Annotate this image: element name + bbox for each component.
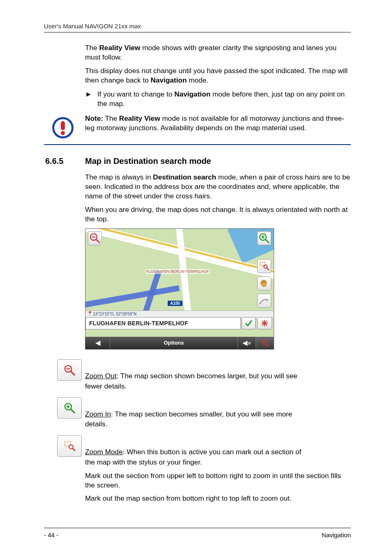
note-block: Note: The Reality View mode is not avail… (44, 114, 351, 145)
bullet-navigation-tap: ► If you want to change to Navigation mo… (85, 90, 351, 108)
zoom-in-icon-box (57, 397, 82, 419)
text: This display does not change until you h… (85, 67, 348, 84)
alert-icon (51, 116, 74, 139)
text: If you want to change to (97, 90, 174, 98)
speaker-icon: ◀» (242, 339, 251, 347)
zoom-out-label: Zoom Out (85, 372, 116, 380)
bullet-text: If you want to change to Navigation mode… (97, 90, 351, 108)
set-destination-button[interactable] (257, 317, 272, 329)
svg-marker-14 (266, 299, 268, 301)
text-bold: Navigation (151, 76, 187, 84)
zoom-mode-label: Zoom Mode (85, 448, 123, 456)
destination-pin-icon (261, 319, 269, 327)
coordinates-bar: 13°23'15"O, 52°28'59"N (85, 310, 274, 317)
zoom-out-button[interactable] (88, 231, 102, 245)
para-driving-north: When you are driving, the map does not c… (85, 205, 351, 223)
icon-row-text: Zoom Mode: When this button is active yo… (85, 447, 301, 457)
zoom-mode-cont3: Mark out the map section from bottom rig… (85, 494, 351, 503)
options-button[interactable]: Options (110, 340, 238, 346)
text: : When this button is active you can mar… (123, 448, 302, 456)
address-box: FLUGHAFEN BERLIN-TEMPELHOF (85, 317, 241, 329)
volume-button[interactable]: ◀» (238, 337, 256, 349)
map-road (85, 285, 180, 309)
svg-line-6 (96, 239, 99, 243)
text-bold: Navigation (174, 90, 210, 98)
page-number: - 44 - (44, 531, 58, 538)
zoom-mode-icon (258, 260, 270, 272)
text: The (103, 114, 119, 122)
zoom-mode-description: Zoom Mode: When this button is active yo… (44, 435, 351, 457)
zoom-out-icon (63, 364, 76, 376)
section-number: 6.6.5 (44, 156, 85, 166)
zoom-mode-icon-box (57, 435, 82, 457)
search-icon (261, 339, 269, 347)
confirm-button[interactable] (242, 317, 256, 329)
zoom-in-cont: details. (85, 419, 351, 429)
search-button[interactable] (256, 337, 274, 349)
icon-row-text: Zoom In: The map section becomes smaller… (85, 409, 292, 419)
svg-line-21 (266, 344, 268, 346)
zoom-in-icon (63, 402, 76, 414)
zoom-in-label: Zoom In (85, 410, 111, 418)
zoom-in-description: Zoom In: The map section becomes smaller… (44, 397, 351, 419)
svg-line-28 (71, 409, 74, 413)
pan-button[interactable] (257, 276, 271, 290)
svg-line-10 (265, 239, 269, 243)
zoom-out-icon-box (57, 359, 82, 381)
svg-rect-2 (61, 121, 65, 130)
svg-line-31 (73, 448, 75, 451)
page-header: User's Manual NAVIGON 21xx max (44, 23, 351, 32)
text-bold: Reality View (99, 44, 140, 52)
zoom-mode-button[interactable] (257, 259, 271, 273)
zoom-mode-icon (63, 440, 76, 452)
zoom-in-button[interactable] (257, 231, 271, 245)
note-text: Note: The Reality View mode is not avail… (85, 114, 351, 132)
back-icon: ◀ (95, 339, 100, 347)
zoom-mode-cont1: the map with the stylus or your finger. (85, 458, 351, 467)
svg-point-15 (259, 303, 261, 304)
bottom-toolbar: ◀ Options ◀» (85, 337, 274, 349)
icon-row-text: Zoom Out: The map section shown becomes … (85, 371, 297, 381)
para-display-change: This display does not change until you h… (85, 66, 351, 85)
zoom-out-icon (89, 232, 101, 244)
svg-line-24 (71, 371, 74, 375)
text-bold: Reality View (119, 114, 160, 122)
para-reality-view: The Reality View mode shows with greater… (85, 43, 351, 62)
note-label: Note: (85, 114, 103, 122)
route-icon (258, 294, 270, 307)
back-button[interactable]: ◀ (85, 337, 110, 349)
text: mode. (187, 76, 208, 84)
route-button[interactable] (257, 294, 271, 308)
svg-line-13 (267, 268, 269, 270)
footer-section: Navigation (322, 531, 351, 538)
text: : The map section shown becomes larger, … (116, 372, 297, 380)
map-poi-label: FLUGHAFEN BERLIN-TEMPELHOF (145, 269, 210, 274)
para-dest-search: The map is always in Destination search … (85, 172, 351, 200)
map-screenshot: FLUGHAFEN BERLIN-TEMPELHOF A100 (85, 228, 274, 350)
zoom-out-cont: fewer details. (85, 382, 351, 391)
section-heading: 6.6.5 Map in Destination search mode (44, 156, 351, 166)
text-bold: Destination search (153, 173, 216, 181)
text: The map is always in (85, 173, 153, 181)
section-title: Map in Destination search mode (85, 156, 211, 166)
svg-point-3 (61, 131, 65, 135)
check-icon (244, 319, 253, 327)
zoom-out-description: Zoom Out: The map section shown becomes … (44, 359, 351, 381)
text: The (85, 44, 99, 52)
page-footer: - 44 - Navigation (44, 528, 351, 538)
hand-icon (258, 277, 270, 290)
pin-icon: 📍 (87, 311, 93, 316)
zoom-in-icon (258, 232, 270, 244)
road-shield: A100 (168, 301, 182, 306)
zoom-mode-cont2: Mark out the section from upper left to … (85, 471, 351, 490)
text: : The map section becomes smaller, but y… (111, 410, 292, 418)
bullet-marker: ► (85, 90, 97, 108)
